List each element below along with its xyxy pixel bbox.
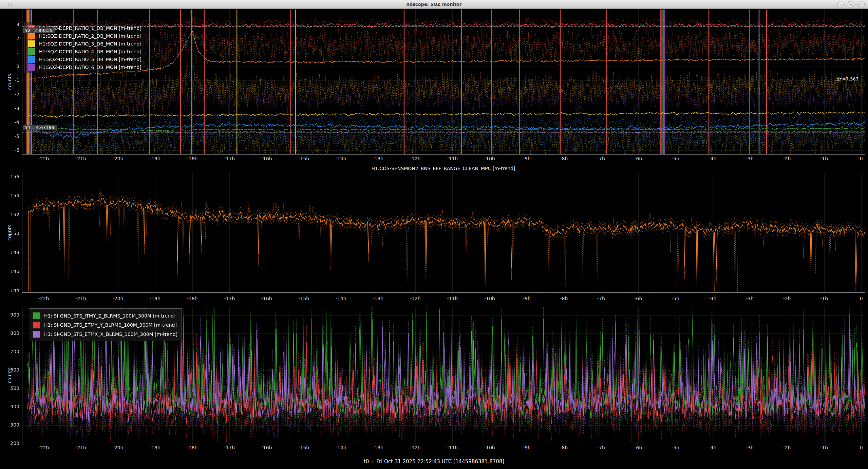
H1:SQZ-DCPD_RATIO_6_DB_MON-swatch bbox=[28, 64, 35, 71]
cursor-line-y1[interactable] bbox=[22, 132, 865, 132]
y-tick-label: -5 bbox=[0, 133, 19, 140]
H1:ISI-GND_STS_ITMY_Z_BLRMS_100M_300M-swatch bbox=[33, 312, 40, 319]
y-tick-label: 3 bbox=[0, 22, 19, 28]
x-tick-label: -5h bbox=[666, 296, 685, 302]
x-tick-label: -9h bbox=[517, 296, 536, 302]
H1:ISI-GND_STS_ETMX_X_BLRMS_100M_300M-swatch bbox=[33, 331, 40, 338]
y-tick-label: 200 bbox=[0, 440, 19, 447]
H1:SQZ-DCPD_RATIO_3_DB_MON-swatch bbox=[28, 40, 35, 47]
window-controls: ∨ ∧ ✕ bbox=[837, 1, 865, 7]
y-tick-label: 500 bbox=[0, 385, 19, 392]
x-tick-label: -2h bbox=[777, 296, 796, 302]
cursor-label-y1: Y1=-4.67366 bbox=[23, 125, 57, 130]
minimize-button[interactable]: ∨ bbox=[837, 1, 844, 7]
x-tick-label: -13h bbox=[369, 156, 388, 162]
x-tick-label: -13h bbox=[369, 296, 388, 302]
x-tick-label: -8h bbox=[554, 445, 573, 451]
H1:SQZ-DCPD_RATIO_2_DB_MON-swatch bbox=[28, 33, 35, 39]
ndscope-window: ndscope: SQZ monitor ∨ ∧ ✕ counts H1:SQZ… bbox=[0, 0, 868, 469]
x-tick-label: -22h bbox=[34, 296, 53, 302]
y-tick-label: 900 bbox=[0, 312, 19, 318]
x-tick-label: 0 bbox=[852, 445, 868, 451]
x-tick-label: -16h bbox=[257, 156, 276, 162]
y-tick-label: 600 bbox=[0, 367, 19, 373]
x-tick-label: -11h bbox=[443, 156, 462, 162]
legend-label: H1:SQZ-DCPD_RATIO_5_DB_MON [m-trend] bbox=[39, 57, 141, 62]
x-tick-label: -10h bbox=[480, 445, 499, 451]
sqz-dcpd-ratio-plot-canvas[interactable] bbox=[22, 10, 865, 155]
y-tick-label: 2 bbox=[0, 36, 19, 42]
maximize-button[interactable]: ∧ bbox=[848, 1, 854, 7]
bottom-legend-item-3[interactable]: H1:ISI-GND_STS_ETMX_X_BLRMS_100M_300M [m… bbox=[33, 329, 177, 339]
legend-label: H1:ISI-GND_STS_ETMY_Y_BLRMS_100M_300M [m… bbox=[44, 322, 177, 328]
x-tick-label: 0 bbox=[852, 156, 868, 162]
x-tick-label: -20h bbox=[109, 156, 128, 162]
x-tick-label: -14h bbox=[332, 296, 351, 302]
H1:SQZ-DCPD_RATIO_5_DB_MON-swatch bbox=[28, 56, 35, 63]
legend-label: H1:SQZ-DCPD_RATIO_2_DB_MON [m-trend] bbox=[39, 33, 141, 39]
x-tick-label: -12h bbox=[406, 156, 425, 162]
middle-plot-title: H1:CDS-SENSMON2_BNS_EFF_RANGE_CLEAN_MPC … bbox=[22, 166, 865, 171]
x-tick-label: -20h bbox=[109, 445, 128, 451]
x-tick-label: -22h bbox=[34, 156, 53, 162]
x-tick-label: -14h bbox=[332, 445, 351, 451]
titlebar[interactable]: ndscope: SQZ monitor ∨ ∧ ✕ bbox=[0, 0, 868, 9]
x-tick-label: -19h bbox=[146, 296, 165, 302]
legend-label: H1:ISI-GND_STS_ITMY_Z_BLRMS_100M_300M [m… bbox=[44, 313, 175, 319]
bottom-legend-item-2[interactable]: H1:ISI-GND_STS_ETMY_Y_BLRMS_100M_300M [m… bbox=[33, 320, 177, 329]
x-tick-label: -11h bbox=[443, 445, 462, 451]
x-tick-label: -3h bbox=[740, 296, 759, 302]
x-tick-label: -3h bbox=[740, 156, 759, 162]
x-tick-label: -11h bbox=[443, 296, 462, 302]
x-tick-label: -15h bbox=[294, 296, 313, 302]
bottom-plot-ylabel: counts bbox=[7, 362, 14, 389]
cursor-label-y2: Y2=2.89335 bbox=[23, 28, 55, 33]
y-tick-label: 800 bbox=[0, 330, 19, 337]
x-tick-label: -8h bbox=[554, 296, 573, 302]
y-tick-label: 0 bbox=[0, 64, 19, 70]
x-tick-label: -7h bbox=[591, 296, 610, 302]
x-tick-label: -16h bbox=[257, 445, 276, 451]
top-legend-item-3[interactable]: H1:SQZ-DCPD_RATIO_3_DB_MON [m-trend] bbox=[28, 40, 141, 48]
delta-y-label: ΔY=7.567 bbox=[836, 76, 858, 82]
x-tick-label: -19h bbox=[146, 445, 165, 451]
y-tick-label: -2 bbox=[0, 92, 19, 98]
x-tick-label: -5h bbox=[666, 445, 685, 451]
x-tick-label: -13h bbox=[369, 445, 388, 451]
x-tick-label: -1h bbox=[815, 296, 834, 302]
y-tick-label: 300 bbox=[0, 422, 19, 428]
top-legend-item-4[interactable]: H1:SQZ-DCPD_RATIO_4_DB_MON [m-trend] bbox=[28, 48, 141, 55]
x-tick-label: -22h bbox=[34, 445, 53, 451]
close-button[interactable]: ✕ bbox=[858, 1, 865, 7]
x-tick-label: -4h bbox=[703, 156, 722, 162]
x-tick-label: -15h bbox=[294, 445, 313, 451]
bottom-legend-item-1[interactable]: H1:ISI-GND_STS_ITMY_Z_BLRMS_100M_300M [m… bbox=[33, 311, 177, 320]
legend-label: H1:SQZ-DCPD_RATIO_4_DB_MON [m-trend] bbox=[39, 49, 141, 54]
bottom-plot-legend[interactable]: H1:ISI-GND_STS_ITMY_Z_BLRMS_100M_300M [m… bbox=[29, 308, 182, 341]
x-tick-label: -21h bbox=[71, 296, 90, 302]
x-tick-label: -3h bbox=[740, 445, 759, 451]
y-tick-label: 150 bbox=[0, 231, 19, 237]
top-legend-item-6[interactable]: H1:SQZ-DCPD_RATIO_6_DB_MON [m-trend] bbox=[28, 63, 141, 71]
x-tick-label: -15h bbox=[294, 156, 313, 162]
top-legend-item-5[interactable]: H1:SQZ-DCPD_RATIO_5_DB_MON [m-trend] bbox=[28, 55, 141, 63]
x-tick-label: -4h bbox=[703, 445, 722, 451]
y-tick-label: 156 bbox=[0, 174, 19, 180]
x-tick-label: -9h bbox=[517, 445, 536, 451]
y-tick-label: -6 bbox=[0, 147, 19, 154]
y-tick-label: 400 bbox=[0, 404, 19, 410]
y-tick-label: 700 bbox=[0, 349, 19, 355]
x-tick-label: -19h bbox=[146, 156, 165, 162]
cursor-line-y2[interactable] bbox=[22, 26, 865, 26]
x-tick-label: -18h bbox=[183, 445, 202, 451]
x-tick-label: -2h bbox=[777, 445, 796, 451]
x-tick-label: -14h bbox=[332, 156, 351, 162]
x-tick-label: -20h bbox=[109, 296, 128, 302]
x-tick-label: 0 bbox=[852, 296, 868, 302]
x-tick-label: -12h bbox=[406, 445, 425, 451]
bns-range-plot-canvas[interactable] bbox=[22, 173, 865, 293]
x-tick-label: -16h bbox=[257, 296, 276, 302]
y-tick-label: 146 bbox=[0, 269, 19, 275]
x-tick-label: -6h bbox=[629, 445, 648, 451]
y-tick-label: 144 bbox=[0, 288, 19, 294]
